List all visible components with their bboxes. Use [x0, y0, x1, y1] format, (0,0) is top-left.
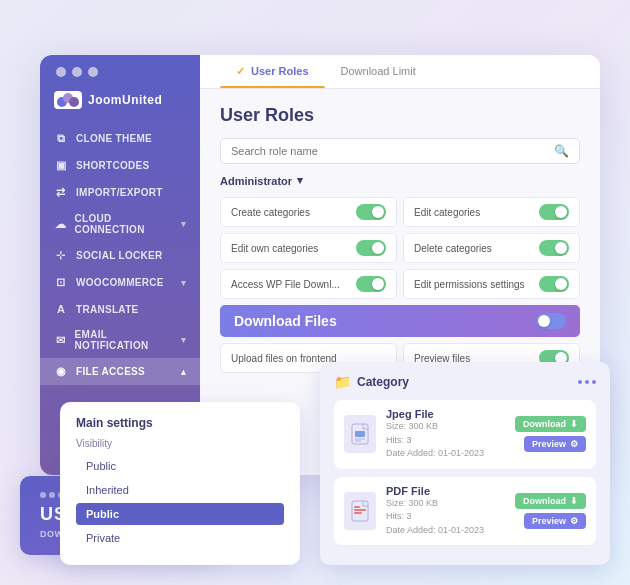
toggle-edit-own-categories[interactable]	[356, 240, 386, 256]
permissions-grid: Create categories Edit categories Edit o…	[220, 197, 580, 299]
svg-rect-9	[354, 512, 362, 514]
folder-icon: 📁	[334, 374, 351, 390]
translate-icon: A	[54, 303, 68, 315]
category-title: Category	[357, 375, 409, 389]
social-locker-icon: ⊹	[54, 249, 68, 262]
toggle-download-files[interactable]	[536, 313, 566, 329]
download-icon-2: ⬇	[570, 496, 578, 506]
sidebar-label-clone-theme: CLONE THEME	[76, 133, 152, 144]
perm-label: Edit permissions settings	[414, 279, 525, 290]
sidebar-label-translate: TRANSLATE	[76, 304, 139, 315]
check-icon: ✓	[236, 65, 245, 77]
file-item-pdf: PDF File Size: 300 KB Hits: 3 Date Added…	[334, 477, 596, 546]
chevron-down-icon-3: ▾	[181, 335, 186, 345]
sidebar-logo: JoomUnited	[40, 91, 200, 125]
admin-chevron-icon: ▾	[297, 174, 303, 187]
cat-dot-2	[585, 380, 589, 384]
sidebar-item-file-access[interactable]: ◉ FILE ACCESS ▴	[40, 358, 200, 385]
toggle-edit-permissions[interactable]	[539, 276, 569, 292]
shortcodes-icon: ▣	[54, 159, 68, 172]
search-input[interactable]	[231, 145, 554, 157]
perm-delete-categories: Delete categories	[403, 233, 580, 263]
window-dot-green	[88, 67, 98, 77]
vis-option-private[interactable]: Private	[76, 527, 284, 549]
file-name-jpeg: Jpeg File	[386, 408, 505, 420]
tab-download-limit-label: Download Limit	[341, 65, 416, 77]
sidebar-item-shortcodes[interactable]: ▣ SHORTCODES	[40, 152, 200, 179]
sidebar-item-woocommerce[interactable]: ⊡ WOOCOMMERCE ▾	[40, 269, 200, 296]
perm-label: Create categories	[231, 207, 310, 218]
category-dots	[578, 380, 596, 384]
settings-icon: ⚙	[570, 439, 578, 449]
perm-label: Edit categories	[414, 207, 480, 218]
download-files-label: Download Files	[234, 313, 337, 329]
search-icon: 🔍	[554, 144, 569, 158]
sidebar-label-woo: WOOCOMMERCE	[76, 277, 164, 288]
sidebar-label-import-export: IMPORT/EXPORT	[76, 187, 163, 198]
window-dot-yellow	[72, 67, 82, 77]
sidebar-item-cloud-connection[interactable]: ☁ CLOUD CONNECTION ▾	[40, 206, 200, 242]
sidebar-item-email-notification[interactable]: ✉ EMAIL NOTIFICATION ▾	[40, 322, 200, 358]
sidebar-label-cloud: CLOUD CONNECTION	[74, 213, 172, 235]
window-chrome-dots	[56, 67, 98, 77]
perm-edit-permissions: Edit permissions settings	[403, 269, 580, 299]
file-actions-jpeg: Download ⬇ Preview ⚙	[515, 416, 586, 452]
import-export-icon: ⇄	[54, 186, 68, 199]
svg-rect-2	[69, 97, 79, 107]
file-info-pdf: PDF File Size: 300 KB Hits: 3 Date Added…	[386, 485, 505, 538]
download-icon: ⬇	[570, 419, 578, 429]
sidebar-item-translate[interactable]: A TRANSLATE	[40, 296, 200, 322]
file-actions-pdf: Download ⬇ Preview ⚙	[515, 493, 586, 529]
perm-edit-categories: Edit categories	[403, 197, 580, 227]
search-bar: 🔍	[220, 138, 580, 164]
tab-bar: ✓ User Roles Download Limit	[200, 55, 600, 89]
perm-label: Access WP File Downl...	[231, 279, 340, 290]
sidebar-label-shortcodes: SHORTCODES	[76, 160, 150, 171]
cloud-icon: ☁	[54, 218, 66, 231]
sidebar-label-email: EMAIL NOTIFICATION	[75, 329, 173, 351]
email-icon: ✉	[54, 334, 67, 347]
toggle-access-wp[interactable]	[356, 276, 386, 292]
main-settings-title: Main settings	[76, 416, 284, 430]
tab-user-roles[interactable]: ✓ User Roles	[220, 55, 325, 88]
svg-rect-10	[354, 506, 360, 508]
svg-rect-4	[355, 431, 365, 437]
sidebar-label-social: SOCIAL LOCKER	[76, 250, 163, 261]
page-title: User Roles	[220, 105, 580, 126]
admin-dropdown[interactable]: Administrator ▾	[220, 174, 580, 187]
sidebar-item-clone-theme[interactable]: ⧉ CLONE THEME	[40, 125, 200, 152]
perm-create-categories: Create categories	[220, 197, 397, 227]
download-button-jpeg[interactable]: Download ⬇	[515, 416, 586, 432]
file-meta-pdf: Size: 300 KB Hits: 3 Date Added: 01-01-2…	[386, 497, 505, 538]
download-button-pdf[interactable]: Download ⬇	[515, 493, 586, 509]
preview-button-jpeg[interactable]: Preview ⚙	[524, 436, 586, 452]
svg-rect-8	[354, 509, 366, 511]
toggle-create-categories[interactable]	[356, 204, 386, 220]
visibility-label: Visibility	[76, 438, 284, 449]
card-dot-1	[40, 492, 46, 498]
vis-option-public-2[interactable]: Public	[76, 503, 284, 525]
sidebar-item-import-export[interactable]: ⇄ IMPORT/EXPORT	[40, 179, 200, 206]
perm-edit-own-categories: Edit own categories	[220, 233, 397, 263]
woocommerce-icon: ⊡	[54, 276, 68, 289]
tab-download-limit[interactable]: Download Limit	[325, 55, 432, 88]
vis-option-inherited[interactable]: Inherited	[76, 479, 284, 501]
main-settings-card: Main settings Visibility Public Inherite…	[60, 402, 300, 565]
admin-label: Administrator	[220, 175, 292, 187]
category-card: 📁 Category Jpeg File Size: 300 KB Hits: …	[320, 362, 610, 565]
preview-button-pdf[interactable]: Preview ⚙	[524, 513, 586, 529]
file-info-jpeg: Jpeg File Size: 300 KB Hits: 3 Date Adde…	[386, 408, 505, 461]
file-item-jpeg: Jpeg File Size: 300 KB Hits: 3 Date Adde…	[334, 400, 596, 469]
file-name-pdf: PDF File	[386, 485, 505, 497]
toggle-delete-categories[interactable]	[539, 240, 569, 256]
cat-dot-1	[578, 380, 582, 384]
chevron-down-icon: ▾	[181, 219, 186, 229]
tab-user-roles-label: User Roles	[251, 65, 308, 77]
chevron-down-icon-2: ▾	[181, 278, 186, 288]
toggle-edit-categories[interactable]	[539, 204, 569, 220]
perm-label: Delete categories	[414, 243, 492, 254]
sidebar-item-social-locker[interactable]: ⊹ SOCIAL LOCKER	[40, 242, 200, 269]
perm-access-wp-file: Access WP File Downl...	[220, 269, 397, 299]
vis-option-public-1[interactable]: Public	[76, 455, 284, 477]
upload-label: Upload files on frontend	[231, 353, 337, 364]
